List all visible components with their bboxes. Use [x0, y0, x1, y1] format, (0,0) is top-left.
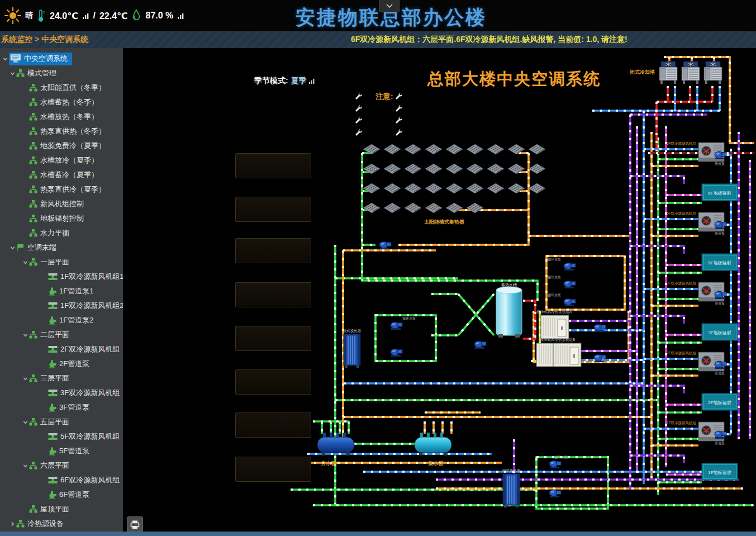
- edit-day-button[interactable]: [393, 129, 404, 136]
- edit-month-button[interactable]: [353, 105, 364, 112]
- org-node-icon: [29, 258, 37, 266]
- tree-item-label: 六层平面: [40, 461, 69, 471]
- edit-day-button[interactable]: [393, 92, 404, 99]
- tree-expand-chevron[interactable]: [21, 376, 29, 381]
- mode-button-太阳能直供模式[interactable]: [235, 153, 311, 178]
- edit-month-button[interactable]: [353, 92, 364, 99]
- tree-item-六层平面[interactable]: 六层平面: [0, 458, 123, 473]
- sidebar-tree: 中央空调系统模式管理太阳能直供（冬季）水槽蓄热（冬季）水槽放热（冬季）热泵直供热…: [0, 48, 123, 531]
- org-node-icon: [16, 520, 25, 528]
- edit-day-button[interactable]: [393, 105, 404, 112]
- org-node-icon: [29, 200, 37, 208]
- mode-button-水槽放冷模式[interactable]: [235, 412, 311, 438]
- org-node-icon: [29, 113, 37, 121]
- breadcrumb[interactable]: 系统监控 > 中央空调系统: [1, 35, 88, 45]
- floor-unit-label: 2F双冷源新风机组: [667, 351, 697, 355]
- tree-item-三层平面[interactable]: 三层平面: [0, 371, 123, 386]
- edit-month-button[interactable]: [353, 129, 364, 136]
- pipe-pump-label: 管道泵: [715, 162, 725, 166]
- season-mode-row: 季节模式:夏季: [254, 76, 419, 86]
- tree-item-label: 屋顶平面: [40, 504, 69, 514]
- tree-item-太阳能直供（冬季）[interactable]: 太阳能直供（冬季）: [0, 80, 123, 95]
- mode-button-水槽蓄冷模式[interactable]: [235, 369, 311, 395]
- tree-item-1F双冷源新风机组2[interactable]: 1F双冷源新风机组2: [0, 298, 123, 313]
- svg-text:3F地板辐射: 3F地板辐射: [708, 330, 731, 335]
- print-button[interactable]: [127, 516, 143, 533]
- top-header: 晴 c 24.0℃ / 22.4℃ 87.0 % 安捷物联总部: [0, 0, 756, 31]
- tree-item-屋顶平面[interactable]: 屋顶平面: [0, 502, 123, 516]
- wrench-edit-icon: [395, 92, 402, 99]
- tree-item-6F管道泵[interactable]: 6F管道泵: [0, 487, 123, 502]
- tree-item-label: 1F双冷源新风机组1: [60, 272, 123, 282]
- tree-item-2F管道泵[interactable]: 2F管道泵: [0, 357, 123, 371]
- tree-item-模式管理[interactable]: 模式管理: [0, 66, 123, 80]
- tree-item-新风机组控制[interactable]: 新风机组控制: [0, 197, 123, 211]
- mode-button-热泵直供热模式[interactable]: [235, 282, 311, 307]
- tree-expand-chevron[interactable]: [21, 420, 29, 425]
- tree-item-5F管道泵[interactable]: 5F管道泵: [0, 444, 123, 458]
- tree-item-水力平衡[interactable]: 水力平衡: [0, 226, 123, 240]
- floor-radiant-panel-3F: 3F地板辐射: [702, 324, 738, 340]
- org-node-icon: [29, 374, 37, 382]
- tree-item-label: 三层平面: [40, 373, 69, 383]
- tree-item-水槽蓄冷（夏季）[interactable]: 水槽蓄冷（夏季）: [0, 168, 123, 182]
- tree-item-2F双冷源新风机组[interactable]: 2F双冷源新风机组: [0, 342, 123, 357]
- wrench-edit-icon: [355, 116, 362, 124]
- tree-item-1F管道泵2[interactable]: 1F管道泵2: [0, 313, 123, 328]
- printer-icon: [130, 520, 140, 529]
- tree-item-水槽放冷（夏季）[interactable]: 水槽放冷（夏季）: [0, 153, 123, 168]
- tree-expand-chevron[interactable]: [8, 245, 16, 250]
- tree-item-地源免费冷（夏季）[interactable]: 地源免费冷（夏季）: [0, 139, 123, 153]
- tree-item-label: 水槽放热（冬季）: [40, 112, 98, 122]
- mode-button-地源免费冷模式[interactable]: [235, 326, 311, 351]
- org-node-icon: [29, 505, 37, 513]
- tree-item-label: 五层平面: [40, 417, 69, 427]
- tree-item-3F双冷源新风机组[interactable]: 3F双冷源新风机组: [0, 386, 123, 400]
- mode-button-水槽蓄热模式[interactable]: [235, 197, 311, 222]
- tree-item-一层平面[interactable]: 一层平面: [0, 255, 123, 269]
- tree-item-label: 模式管理: [27, 68, 56, 78]
- tree-item-label: 水槽蓄冷（夏季）: [40, 170, 98, 180]
- tree-item-冷热源设备[interactable]: 冷热源设备: [0, 516, 123, 531]
- tree-item-label: 新风机组控制: [40, 199, 84, 209]
- org-node-icon: [29, 331, 37, 339]
- tree-expand-chevron[interactable]: [21, 463, 29, 468]
- tree-item-五层平面[interactable]: 五层平面: [0, 415, 123, 429]
- tree-item-中央空调系统[interactable]: 中央空调系统: [0, 51, 123, 66]
- tree-item-1F双冷源新风机组1[interactable]: 1F双冷源新风机组1: [0, 269, 123, 284]
- header-collapse-tab[interactable]: [379, 0, 400, 12]
- tree-item-地板辐射控制[interactable]: 地板辐射控制: [0, 211, 123, 226]
- floor-unit-label: 6F双冷源新风机组: [667, 141, 697, 145]
- season-row: [244, 126, 419, 139]
- collector-label: 集水器: [428, 461, 444, 466]
- bottom-edge-bar: [0, 532, 756, 536]
- tree-item-水槽放热（冬季）[interactable]: 水槽放热（冬季）: [0, 110, 123, 124]
- tree-expand-chevron[interactable]: [1, 56, 9, 61]
- tree-item-热泵直供热（冬季）[interactable]: 热泵直供热（冬季）: [0, 124, 123, 139]
- tree-item-5F双冷源新风机组[interactable]: 5F双冷源新风机组: [0, 429, 123, 444]
- solar-collector-array: [363, 144, 545, 213]
- tree-item-1F管道泵1[interactable]: 1F管道泵1: [0, 284, 123, 298]
- tree-item-空调末端[interactable]: 空调末端: [0, 240, 123, 255]
- tree-item-水槽蓄热（冬季）[interactable]: 水槽蓄热（冬季）: [0, 95, 123, 110]
- edit-month-button[interactable]: [353, 116, 364, 124]
- mode-button-热泵直供热模式[interactable]: [235, 457, 311, 482]
- tree-expand-chevron[interactable]: [21, 260, 29, 265]
- tree-item-3F管道泵[interactable]: 3F管道泵: [0, 400, 123, 415]
- tree-item-二层平面[interactable]: 二层平面: [0, 328, 123, 342]
- tree-expand-chevron[interactable]: [8, 71, 16, 76]
- pipe-pump-label: 管道泵: [715, 301, 725, 306]
- svg-text:5F地板辐射: 5F地板辐射: [708, 260, 731, 265]
- ahu-icon: [48, 476, 58, 484]
- plate-heat-exchanger-2: [503, 474, 520, 507]
- tree-item-6F双冷源新风机组[interactable]: 6F双冷源新风机组: [0, 473, 123, 487]
- mode-button-水槽放热模式[interactable]: [235, 238, 311, 263]
- tree-expand-chevron[interactable]: [8, 521, 16, 526]
- tree-item-热泵直供冷（夏季）[interactable]: 热泵直供冷（夏季）: [0, 182, 123, 197]
- tree-item-label: 二层平面: [40, 330, 69, 340]
- tree-expand-chevron[interactable]: [21, 333, 29, 338]
- edit-day-button[interactable]: [393, 116, 404, 124]
- humidity-icon: [131, 9, 141, 22]
- weather-cluster: 晴 c 24.0℃ / 22.4℃ 87.0 %: [4, 0, 184, 31]
- tree-item-label: 地板辐射控制: [40, 214, 84, 224]
